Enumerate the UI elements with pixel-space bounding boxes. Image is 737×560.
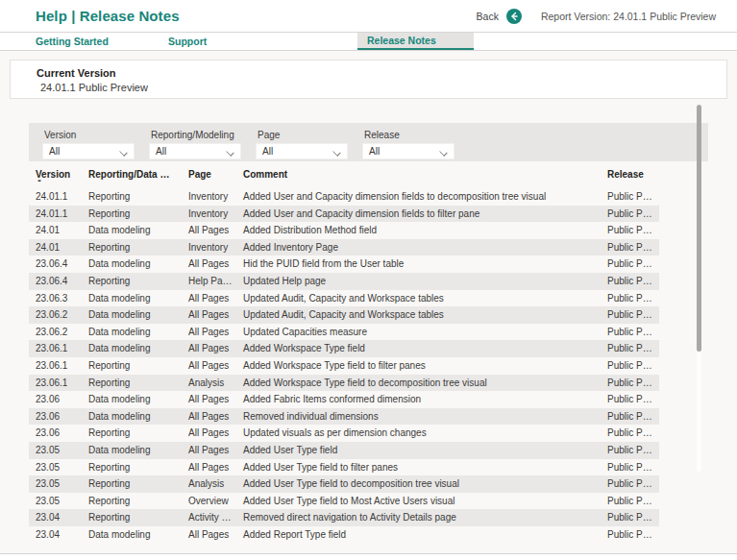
cell-comment: Added Distribution Method field	[236, 222, 601, 239]
table-row[interactable]: 23.06Data modelingAll PagesRemoved indiv…	[29, 408, 659, 426]
cell-page: All Pages	[182, 459, 236, 476]
cell-comment: Added User Type field to Most Active Use…	[236, 493, 601, 510]
cell-version: 23.04	[29, 526, 82, 544]
table-scrollbar-thumb[interactable]	[697, 105, 701, 352]
table-row[interactable]: 23.04ReportingActivity DetailRemoved dir…	[29, 509, 659, 526]
dropdown-value: All	[262, 146, 273, 157]
release-dropdown[interactable]: All	[362, 143, 454, 159]
tab-release-notes[interactable]: Release Notes	[357, 33, 474, 50]
cell-version: 23.06.4	[29, 256, 82, 273]
tab-label: Getting Started	[36, 36, 109, 47]
cell-model: Data modeling	[82, 256, 182, 273]
cell-model: Reporting	[82, 375, 182, 392]
cell-version: 23.06	[29, 408, 82, 426]
cell-comment: Added User and Capacity dimension fields…	[236, 188, 601, 206]
cell-version: 23.06.4	[29, 273, 82, 290]
table-row[interactable]: 23.06.4ReportingHelp PageUpdated Help pa…	[29, 273, 659, 290]
page-dropdown[interactable]: All	[256, 143, 348, 159]
tab-label: Release Notes	[367, 35, 436, 46]
table-row[interactable]: 23.06.1ReportingAnalysisAdded Workspace …	[29, 375, 659, 392]
cell-model: Data modeling	[82, 408, 182, 426]
cell-page: All Pages	[182, 306, 236, 324]
table-scrollbar-track[interactable]	[697, 105, 701, 472]
tab-support[interactable]: Support	[159, 33, 264, 50]
table-row[interactable]: 23.06.1ReportingAll PagesAdded Workspace…	[29, 357, 659, 375]
cell-comment: Added Report Type field	[236, 526, 601, 544]
cell-version: 23.06.3	[29, 290, 82, 307]
table-row[interactable]: 23.06ReportingAll PagesUpdated visuals a…	[29, 425, 659, 442]
content-area: Current Version 24.01.1 Public Preview V…	[0, 51, 737, 554]
cell-model: Reporting	[82, 509, 182, 526]
tab-label: Support	[168, 36, 207, 47]
reporting-modeling-dropdown[interactable]: All	[149, 143, 241, 159]
cell-page: All Pages	[182, 391, 236, 408]
chevron-down-icon	[333, 148, 341, 156]
cell-comment: Added User Type field	[236, 442, 601, 459]
cell-model: Reporting	[82, 239, 182, 256]
cell-release: Public Preview	[601, 256, 659, 273]
cell-version: 23.04	[29, 509, 82, 526]
cell-page: Activity Detail	[182, 509, 236, 526]
back-button[interactable]	[506, 9, 522, 24]
table-row[interactable]: 23.05Data modelingAll PagesAdded User Ty…	[29, 442, 659, 459]
version-dropdown[interactable]: All	[42, 143, 135, 159]
cell-model: Data modeling	[82, 222, 182, 239]
cell-release: Public Preview	[601, 375, 659, 392]
cell-release: Public Preview	[601, 206, 659, 223]
cell-release: Public Preview	[601, 290, 659, 307]
table-row[interactable]: 23.06.4Data modelingAll PagesHid the PUI…	[29, 256, 659, 273]
cell-release: Public Preview	[601, 188, 659, 206]
current-version-title: Current Version	[37, 67, 726, 79]
table-row[interactable]: 23.06.2Data modelingAll PagesUpdated Aud…	[29, 306, 659, 324]
column-header-reporting-data-modeling[interactable]: Reporting/Data modeling	[82, 168, 182, 182]
cell-release: Public Preview	[601, 357, 659, 375]
filter-label: Version	[44, 130, 135, 140]
column-header-page[interactable]: Page	[182, 168, 236, 182]
table-row[interactable]: 24.01.1ReportingInventoryAdded User and …	[29, 188, 659, 206]
filter-panel: Version All Reporting/Modeling All Page …	[29, 123, 708, 161]
table-row[interactable]: 23.05ReportingAnalysisAdded User Type fi…	[29, 475, 659, 493]
cell-release: Public Preview	[601, 222, 659, 239]
cell-release: Public Preview	[601, 340, 659, 357]
filter-page: Page All	[256, 128, 348, 161]
cell-comment: Hid the PUID field from the User table	[236, 256, 601, 273]
table-row[interactable]: 23.06.1Data modelingAll PagesAdded Works…	[29, 340, 659, 357]
table-header: Version ▼ Reporting/Data modeling Page C…	[29, 168, 659, 183]
current-version-value: 24.01.1 Public Preview	[40, 82, 726, 93]
cell-comment: Added Workspace Type field to decomposit…	[236, 375, 601, 392]
table-row[interactable]: 23.06.2Data modelingAll PagesUpdated Cap…	[29, 324, 659, 341]
table-row[interactable]: 23.05ReportingAll PagesAdded User Type f…	[29, 459, 659, 476]
cell-comment: Updated Help page	[236, 273, 601, 290]
cell-release: Public Preview	[601, 509, 659, 526]
cell-comment: Updated Audit, Capacity and Workspace ta…	[236, 290, 601, 307]
table-row[interactable]: 23.06.3Data modelingAll PagesUpdated Aud…	[29, 290, 659, 307]
cell-version: 23.05	[29, 493, 82, 510]
table-row[interactable]: 24.01.1ReportingInventoryAdded User and …	[29, 206, 659, 223]
table-row[interactable]: 23.05ReportingOverviewAdded User Type fi…	[29, 493, 659, 510]
cell-version: 24.01.1	[29, 188, 82, 206]
cell-page: Overview	[182, 493, 236, 510]
cell-page: All Pages	[182, 324, 236, 341]
table-row[interactable]: 23.04Data modelingAll PagesAdded Report …	[29, 526, 659, 544]
cell-version: 23.06.2	[29, 306, 82, 324]
column-header-comment[interactable]: Comment	[236, 168, 601, 182]
tab-getting-started[interactable]: Getting Started	[26, 33, 132, 50]
cell-page: All Pages	[182, 222, 236, 239]
cell-comment: Added User and Capacity dimension fields…	[236, 206, 601, 223]
cell-model: Data modeling	[82, 306, 182, 324]
cell-comment: Updated Capacities measure	[236, 324, 601, 341]
column-header-version[interactable]: Version ▼	[29, 168, 82, 182]
column-header-release[interactable]: Release	[601, 168, 659, 182]
cell-page: All Pages	[182, 526, 236, 544]
cell-comment: Updated Audit, Capacity and Workspace ta…	[236, 306, 601, 324]
dropdown-value: All	[369, 146, 380, 157]
cell-page: Inventory	[182, 206, 236, 223]
cell-version: 23.06.1	[29, 340, 82, 357]
table-row[interactable]: 24.01ReportingInventoryAdded Inventory P…	[29, 239, 659, 256]
table-row[interactable]: 24.01Data modelingAll PagesAdded Distrib…	[29, 222, 659, 239]
cell-model: Reporting	[82, 357, 182, 375]
cell-release: Public Preview	[601, 459, 659, 476]
table-row[interactable]: 23.06Data modelingAll PagesAdded Fabric …	[29, 391, 659, 408]
cell-page: Help Page	[182, 273, 236, 290]
cell-page: All Pages	[182, 408, 236, 426]
